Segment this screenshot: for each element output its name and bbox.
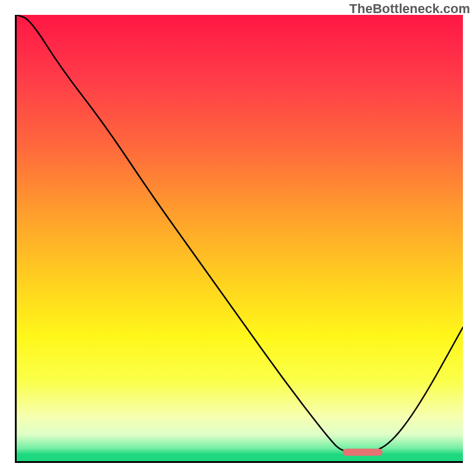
- watermark-text: TheBottleneck.com: [349, 1, 470, 17]
- chart-line: [17, 15, 463, 452]
- selected-range-marker: [343, 449, 383, 456]
- plot-area: [15, 15, 463, 463]
- line-chart-svg: [17, 15, 463, 461]
- chart-container: TheBottleneck.com: [0, 0, 476, 476]
